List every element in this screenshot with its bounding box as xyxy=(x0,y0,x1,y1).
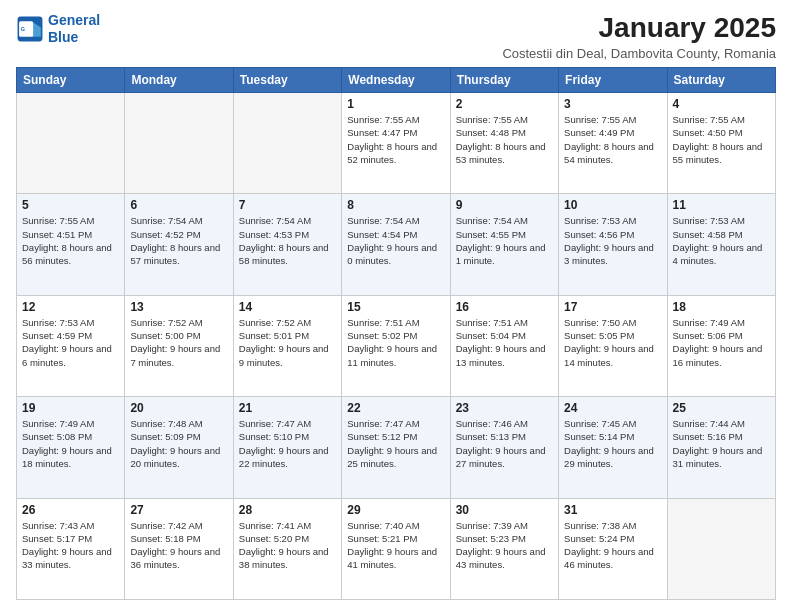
logo-icon: G xyxy=(16,15,44,43)
day-number: 12 xyxy=(22,300,119,314)
calendar-cell: 6Sunrise: 7:54 AM Sunset: 4:52 PM Daylig… xyxy=(125,194,233,295)
calendar-cell: 1Sunrise: 7:55 AM Sunset: 4:47 PM Daylig… xyxy=(342,93,450,194)
day-number: 29 xyxy=(347,503,444,517)
day-number: 22 xyxy=(347,401,444,415)
day-number: 18 xyxy=(673,300,770,314)
day-number: 19 xyxy=(22,401,119,415)
day-number: 5 xyxy=(22,198,119,212)
day-info: Sunrise: 7:47 AM Sunset: 5:10 PM Dayligh… xyxy=(239,417,336,470)
day-info: Sunrise: 7:53 AM Sunset: 4:56 PM Dayligh… xyxy=(564,214,661,267)
day-info: Sunrise: 7:52 AM Sunset: 5:00 PM Dayligh… xyxy=(130,316,227,369)
day-number: 3 xyxy=(564,97,661,111)
day-number: 15 xyxy=(347,300,444,314)
day-number: 31 xyxy=(564,503,661,517)
day-info: Sunrise: 7:55 AM Sunset: 4:51 PM Dayligh… xyxy=(22,214,119,267)
logo: G General Blue xyxy=(16,12,100,46)
day-number: 8 xyxy=(347,198,444,212)
page: G General Blue January 2025 Costestii di… xyxy=(0,0,792,612)
calendar-cell: 16Sunrise: 7:51 AM Sunset: 5:04 PM Dayli… xyxy=(450,295,558,396)
day-number: 30 xyxy=(456,503,553,517)
day-number: 28 xyxy=(239,503,336,517)
day-info: Sunrise: 7:55 AM Sunset: 4:50 PM Dayligh… xyxy=(673,113,770,166)
day-number: 14 xyxy=(239,300,336,314)
day-info: Sunrise: 7:39 AM Sunset: 5:23 PM Dayligh… xyxy=(456,519,553,572)
day-info: Sunrise: 7:55 AM Sunset: 4:47 PM Dayligh… xyxy=(347,113,444,166)
day-info: Sunrise: 7:48 AM Sunset: 5:09 PM Dayligh… xyxy=(130,417,227,470)
day-info: Sunrise: 7:46 AM Sunset: 5:13 PM Dayligh… xyxy=(456,417,553,470)
day-number: 17 xyxy=(564,300,661,314)
calendar-cell: 24Sunrise: 7:45 AM Sunset: 5:14 PM Dayli… xyxy=(559,397,667,498)
calendar-cell: 26Sunrise: 7:43 AM Sunset: 5:17 PM Dayli… xyxy=(17,498,125,599)
day-info: Sunrise: 7:45 AM Sunset: 5:14 PM Dayligh… xyxy=(564,417,661,470)
calendar-table: SundayMondayTuesdayWednesdayThursdayFrid… xyxy=(16,67,776,600)
calendar-subtitle: Costestii din Deal, Dambovita County, Ro… xyxy=(502,46,776,61)
day-info: Sunrise: 7:52 AM Sunset: 5:01 PM Dayligh… xyxy=(239,316,336,369)
calendar-cell: 11Sunrise: 7:53 AM Sunset: 4:58 PM Dayli… xyxy=(667,194,775,295)
day-info: Sunrise: 7:54 AM Sunset: 4:52 PM Dayligh… xyxy=(130,214,227,267)
day-info: Sunrise: 7:44 AM Sunset: 5:16 PM Dayligh… xyxy=(673,417,770,470)
day-number: 10 xyxy=(564,198,661,212)
calendar-cell: 25Sunrise: 7:44 AM Sunset: 5:16 PM Dayli… xyxy=(667,397,775,498)
day-number: 26 xyxy=(22,503,119,517)
day-info: Sunrise: 7:49 AM Sunset: 5:08 PM Dayligh… xyxy=(22,417,119,470)
day-info: Sunrise: 7:38 AM Sunset: 5:24 PM Dayligh… xyxy=(564,519,661,572)
day-number: 25 xyxy=(673,401,770,415)
calendar-cell: 12Sunrise: 7:53 AM Sunset: 4:59 PM Dayli… xyxy=(17,295,125,396)
day-info: Sunrise: 7:55 AM Sunset: 4:48 PM Dayligh… xyxy=(456,113,553,166)
title-section: January 2025 Costestii din Deal, Dambovi… xyxy=(502,12,776,61)
weekday-header-wednesday: Wednesday xyxy=(342,68,450,93)
calendar-cell: 13Sunrise: 7:52 AM Sunset: 5:00 PM Dayli… xyxy=(125,295,233,396)
weekday-header-thursday: Thursday xyxy=(450,68,558,93)
calendar-cell: 23Sunrise: 7:46 AM Sunset: 5:13 PM Dayli… xyxy=(450,397,558,498)
calendar-cell: 27Sunrise: 7:42 AM Sunset: 5:18 PM Dayli… xyxy=(125,498,233,599)
day-number: 11 xyxy=(673,198,770,212)
day-info: Sunrise: 7:54 AM Sunset: 4:54 PM Dayligh… xyxy=(347,214,444,267)
day-number: 13 xyxy=(130,300,227,314)
calendar-cell: 30Sunrise: 7:39 AM Sunset: 5:23 PM Dayli… xyxy=(450,498,558,599)
day-info: Sunrise: 7:54 AM Sunset: 4:53 PM Dayligh… xyxy=(239,214,336,267)
calendar-cell: 2Sunrise: 7:55 AM Sunset: 4:48 PM Daylig… xyxy=(450,93,558,194)
day-number: 24 xyxy=(564,401,661,415)
day-info: Sunrise: 7:54 AM Sunset: 4:55 PM Dayligh… xyxy=(456,214,553,267)
calendar-title: January 2025 xyxy=(502,12,776,44)
calendar-cell: 8Sunrise: 7:54 AM Sunset: 4:54 PM Daylig… xyxy=(342,194,450,295)
day-number: 21 xyxy=(239,401,336,415)
weekday-header-tuesday: Tuesday xyxy=(233,68,341,93)
calendar-cell: 4Sunrise: 7:55 AM Sunset: 4:50 PM Daylig… xyxy=(667,93,775,194)
day-info: Sunrise: 7:53 AM Sunset: 4:58 PM Dayligh… xyxy=(673,214,770,267)
day-number: 23 xyxy=(456,401,553,415)
calendar-cell: 3Sunrise: 7:55 AM Sunset: 4:49 PM Daylig… xyxy=(559,93,667,194)
calendar-cell: 18Sunrise: 7:49 AM Sunset: 5:06 PM Dayli… xyxy=(667,295,775,396)
calendar-cell xyxy=(233,93,341,194)
day-info: Sunrise: 7:43 AM Sunset: 5:17 PM Dayligh… xyxy=(22,519,119,572)
weekday-header-sunday: Sunday xyxy=(17,68,125,93)
day-info: Sunrise: 7:41 AM Sunset: 5:20 PM Dayligh… xyxy=(239,519,336,572)
day-number: 16 xyxy=(456,300,553,314)
day-number: 9 xyxy=(456,198,553,212)
day-info: Sunrise: 7:42 AM Sunset: 5:18 PM Dayligh… xyxy=(130,519,227,572)
day-info: Sunrise: 7:50 AM Sunset: 5:05 PM Dayligh… xyxy=(564,316,661,369)
calendar-cell: 5Sunrise: 7:55 AM Sunset: 4:51 PM Daylig… xyxy=(17,194,125,295)
day-number: 1 xyxy=(347,97,444,111)
calendar-cell xyxy=(17,93,125,194)
calendar-cell: 14Sunrise: 7:52 AM Sunset: 5:01 PM Dayli… xyxy=(233,295,341,396)
calendar-cell: 9Sunrise: 7:54 AM Sunset: 4:55 PM Daylig… xyxy=(450,194,558,295)
day-number: 27 xyxy=(130,503,227,517)
day-info: Sunrise: 7:51 AM Sunset: 5:04 PM Dayligh… xyxy=(456,316,553,369)
day-number: 4 xyxy=(673,97,770,111)
calendar-cell: 21Sunrise: 7:47 AM Sunset: 5:10 PM Dayli… xyxy=(233,397,341,498)
calendar-cell: 10Sunrise: 7:53 AM Sunset: 4:56 PM Dayli… xyxy=(559,194,667,295)
calendar-cell: 17Sunrise: 7:50 AM Sunset: 5:05 PM Dayli… xyxy=(559,295,667,396)
day-info: Sunrise: 7:55 AM Sunset: 4:49 PM Dayligh… xyxy=(564,113,661,166)
day-info: Sunrise: 7:47 AM Sunset: 5:12 PM Dayligh… xyxy=(347,417,444,470)
calendar-cell: 7Sunrise: 7:54 AM Sunset: 4:53 PM Daylig… xyxy=(233,194,341,295)
weekday-header-monday: Monday xyxy=(125,68,233,93)
day-number: 7 xyxy=(239,198,336,212)
calendar-cell: 19Sunrise: 7:49 AM Sunset: 5:08 PM Dayli… xyxy=(17,397,125,498)
day-info: Sunrise: 7:51 AM Sunset: 5:02 PM Dayligh… xyxy=(347,316,444,369)
calendar-cell: 15Sunrise: 7:51 AM Sunset: 5:02 PM Dayli… xyxy=(342,295,450,396)
day-number: 6 xyxy=(130,198,227,212)
calendar-cell: 29Sunrise: 7:40 AM Sunset: 5:21 PM Dayli… xyxy=(342,498,450,599)
weekday-header-saturday: Saturday xyxy=(667,68,775,93)
calendar-cell xyxy=(667,498,775,599)
